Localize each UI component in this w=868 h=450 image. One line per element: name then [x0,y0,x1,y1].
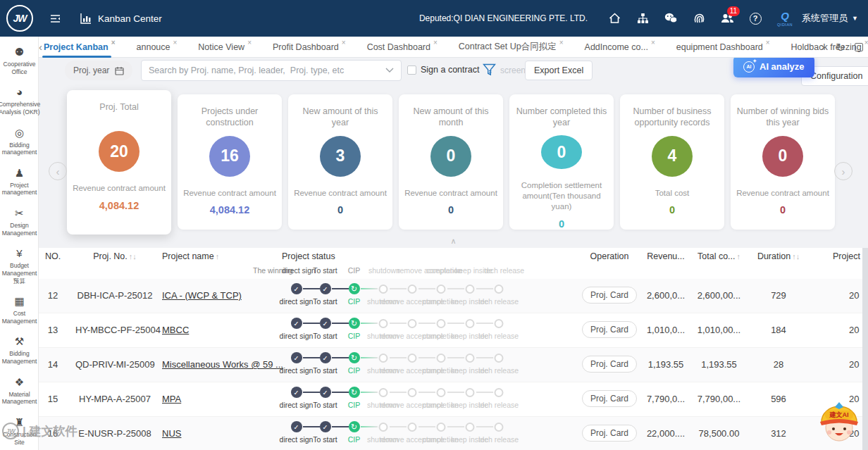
stage-pending-icon [436,354,445,363]
tab-close-icon[interactable]: × [111,39,116,46]
row-proj-no: E-NUSR-P-25008 [75,428,154,439]
project-name-link[interactable]: Miscellaneous Works @ 59 ... [162,359,283,370]
tab[interactable]: Cost Dashboard × [367,37,438,58]
sidebar-item[interactable]: ¥ Budget Management 预算 [0,242,39,290]
checkbox-icon[interactable] [407,65,416,75]
sidebar-item[interactable]: ✂ Design Management [0,202,39,242]
sidebar-item[interactable]: ♟ Project management [0,162,39,202]
tabs-scroll-left-icon[interactable]: ‹ [39,41,42,53]
tab-close-icon[interactable]: × [173,39,178,46]
stage: remove acceptance [397,279,426,313]
tab[interactable]: Project Kanban × [44,37,116,58]
col-proj-no[interactable]: Proj. No.↑↓ [75,251,154,261]
proj-card-button[interactable]: Proj. Card [582,321,637,338]
tab-close-icon[interactable]: × [766,39,770,46]
org-chart-icon[interactable] [628,13,657,24]
collapse-panel-icon[interactable]: ∧ [450,237,456,246]
stage: remove acceptance [397,348,426,382]
col-project-name[interactable]: Project name↑ [162,251,282,261]
sidebar-item-label: Comprehensive Analysis (OKR) [0,101,40,115]
ai-mascot[interactable]: 建文AI [816,395,862,447]
tab-close-icon[interactable]: × [651,39,655,46]
duration-value: 28 [750,359,807,370]
sign-contract-checkbox[interactable]: Sign a contract [407,65,479,75]
project-name-link[interactable]: MPA [162,394,181,404]
filter-funnel-icon[interactable] [483,63,496,79]
tab-close-icon[interactable]: × [247,39,252,46]
sidebar-item-label: Material Management [1,391,38,406]
proj-year-picker[interactable]: Proj. year [65,61,132,80]
fingerprint-icon[interactable] [685,13,713,24]
sidebar-item[interactable]: ▦ Cost Management [0,290,39,330]
proj-card-button[interactable]: Proj. Card [582,390,637,407]
tab[interactable]: Profit Dashboard × [273,37,346,58]
qidian-logo-icon: Q [778,10,792,23]
cards-next-icon[interactable]: › [834,162,852,180]
sidebar-item[interactable]: ⚒ Bidding Management [0,330,39,370]
search-box[interactable] [141,60,402,81]
tab[interactable]: Notice View × [198,37,252,58]
stat-card[interactable]: New amount of this month 0 Revenue contr… [399,94,503,230]
maximize-icon[interactable] [850,37,867,58]
vertical-scrollbar[interactable] [862,248,868,450]
sidebar-item[interactable]: ❖ Material Management [0,371,39,411]
stat-card[interactable]: New amount of this year 3 Revenue contra… [288,94,392,230]
total-cost-value: 78,500.00 [693,428,745,439]
sidebar-item[interactable]: ◕ Comprehensive Analysis (OKR) [0,81,39,121]
calendar-icon [115,66,124,75]
sidebar-item[interactable]: ⚉ Cooperative Office [0,41,39,81]
proj-card-button[interactable]: Proj. Card [582,356,637,373]
tabs: Project Kanban × annouce × Notice View ×… [44,37,868,58]
help-icon[interactable]: ? [741,13,769,25]
proj-card-button[interactable]: Proj. Card [582,287,637,304]
sidebar-item[interactable]: ◎ Bidding management [0,122,39,162]
avatar[interactable]: Q QIDIAN [769,10,800,27]
stage: ↻CIP [340,348,368,382]
chevron-down-icon[interactable] [385,68,394,73]
user-caret-down-icon[interactable]: ▼ [852,15,858,22]
project-name-link[interactable]: ICA - (WCP & TCP) [162,290,242,301]
project-name-link[interactable]: NUS [162,428,181,439]
project-name-link[interactable]: MBCC [162,325,189,335]
stat-card[interactable]: Number of winning bids this year 0 Reven… [731,94,835,230]
col-revenue[interactable]: Revenu... [641,251,690,261]
sidebar-item-label: Project management [1,182,38,196]
tab-close-icon[interactable]: × [559,39,564,46]
tab-label: annouce [137,42,170,52]
current-user[interactable]: 系统管理员 [802,12,848,25]
cards-prev-icon[interactable]: ‹ [49,162,67,180]
col-total-cost[interactable]: Total co...↑ [693,251,745,261]
stage-pending-icon [407,388,416,397]
wechat-icon[interactable] [657,13,685,24]
stage: ✓To start [311,279,340,313]
tab[interactable]: equipment Dashboard × [676,37,770,58]
ai-analyze-button[interactable]: AI✦ AI analyze [733,56,814,77]
refresh-icon[interactable]: ↻ [831,37,850,58]
stat-card[interactable]: Number completed this year 0 Completion … [509,94,614,230]
tabs-scroll-right-icon[interactable]: › [815,37,831,58]
stage: completion [426,348,455,382]
tab-close-icon[interactable]: × [342,39,346,46]
stage-label: To start [313,332,337,340]
status-stepper: ✓direct sign ✓To start ↻CIP shutdown rem… [282,348,513,382]
tab[interactable]: Contract Set Up合同拟定 × [459,37,564,58]
filter-bar: Proj. year Sign a contract screen Export… [39,58,868,86]
stage-label: CIP [348,297,361,306]
tab-label: Notice View [198,42,244,52]
home-icon[interactable] [600,13,628,24]
search-input[interactable] [149,65,385,75]
menu-fold-icon[interactable] [49,12,61,25]
proj-card-button[interactable]: Proj. Card [582,425,637,442]
users-icon[interactable]: 11 [713,13,741,24]
tab-close-icon[interactable]: × [433,39,438,46]
col-duration[interactable]: Duration↑↓ [750,251,807,261]
export-excel-button[interactable]: Export Excel [525,61,593,80]
stage-done-icon: ✓ [291,318,302,329]
stat-card[interactable]: Number of business opportunity records 4… [620,94,724,230]
stat-card[interactable]: Projects under construction 16 Revenue c… [178,94,282,230]
tab[interactable]: annouce × [137,37,178,58]
stat-card[interactable]: Proj. Total 20 Revenue contract amount 4… [67,90,171,235]
duration-value: 184 [750,325,807,335]
row-no: 13 [39,325,67,335]
tab[interactable]: AddIncome co... × [585,37,655,58]
